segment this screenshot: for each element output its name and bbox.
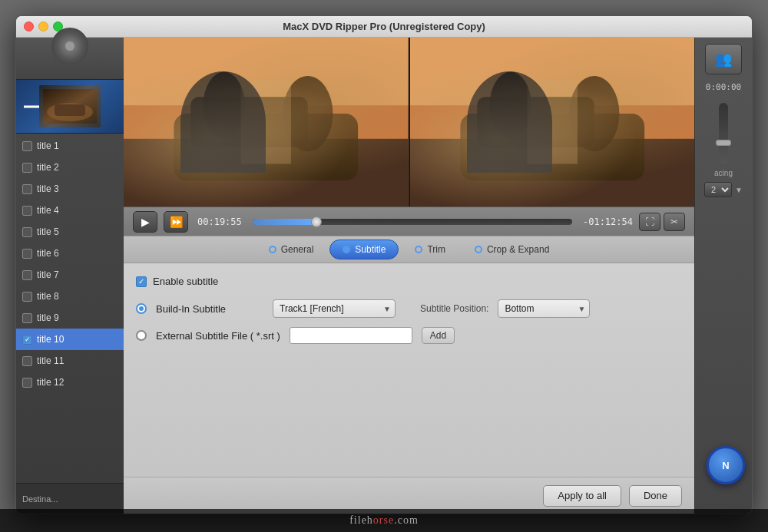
svg-rect-11 — [410, 38, 695, 207]
title-checkbox-2[interactable] — [22, 163, 32, 173]
title-checkbox-12[interactable] — [22, 378, 32, 388]
transport-bar: ▶ ⏩ 00:19:55 -01:12:54 ⛶ ✂ — [124, 207, 694, 236]
side-time-label: 0:00:00 — [706, 82, 741, 92]
watermark-highlight: orse — [373, 514, 394, 526]
position-select[interactable]: Bottom Top Middle — [498, 299, 590, 318]
builtin-radio[interactable] — [136, 303, 147, 314]
svg-rect-3 — [124, 38, 409, 207]
tab-trim[interactable]: Trim — [402, 240, 458, 259]
tab-label-general: General — [281, 244, 314, 255]
svg-rect-14 — [460, 114, 644, 180]
title-label-11: title 11 — [37, 355, 64, 366]
time-remaining: -01:12:54 — [583, 216, 633, 227]
title-checkbox-6[interactable] — [22, 249, 32, 259]
tab-label-subtitle: Subtitle — [355, 244, 386, 255]
fast-forward-button[interactable]: ⏩ — [164, 211, 188, 233]
featured-thumb-image — [39, 85, 101, 127]
watermark-bar: filehorse.com — [0, 509, 768, 532]
tab-dot-trim — [415, 246, 422, 253]
title-label-5: title 5 — [37, 226, 59, 237]
title-item-3[interactable]: title 3 — [16, 178, 124, 200]
svg-rect-13 — [410, 139, 695, 207]
add-subtitle-button[interactable]: Add — [422, 327, 455, 344]
enable-subtitle-row: Enable subtitle — [136, 276, 682, 287]
main-layout: DVD — [16, 38, 752, 514]
builtin-label: Build-In Subtitle — [156, 303, 263, 315]
apply-to-all-button[interactable]: Apply to all — [543, 485, 621, 507]
external-label: External Subtitle File ( *.srt ) — [156, 330, 280, 342]
enable-subtitle-checkbox[interactable] — [136, 276, 147, 287]
title-checkbox-9[interactable] — [22, 313, 32, 323]
close-button[interactable] — [24, 21, 34, 31]
title-item-4[interactable]: title 4 — [16, 200, 124, 221]
tab-general[interactable]: General — [256, 240, 327, 259]
svg-point-17 — [569, 76, 619, 151]
title-checkbox-11[interactable] — [22, 356, 32, 366]
run-button[interactable]: N — [707, 446, 745, 484]
title-item-1[interactable]: title 1 — [16, 135, 124, 157]
dest-label: Destina... — [22, 494, 58, 504]
watermark-text: filehorse.com — [349, 514, 419, 527]
minimize-button[interactable] — [38, 21, 48, 31]
video-scene-left — [124, 38, 409, 207]
clip-button[interactable]: ✂ — [664, 213, 685, 231]
spacing-label: acing — [714, 169, 733, 177]
title-item-2[interactable]: title 2 — [16, 157, 124, 178]
time-current: 00:19:55 — [197, 216, 242, 227]
title-item-9[interactable]: title 9 — [16, 307, 124, 329]
title-checkbox-5[interactable] — [22, 227, 32, 237]
enable-subtitle-label: Enable subtitle — [153, 276, 218, 287]
tab-crop[interactable]: Crop & Expand — [462, 240, 562, 259]
featured-thumbnail[interactable] — [16, 80, 124, 134]
action-buttons: Apply to all Done — [124, 477, 694, 514]
svg-rect-12 — [410, 38, 695, 105]
title-checkbox-3[interactable] — [22, 184, 32, 194]
tab-dot-subtitle — [343, 246, 350, 253]
svg-rect-15 — [477, 97, 594, 147]
dvd-icon — [51, 28, 88, 64]
titlebar: MacX DVD Ripper Pro (Unregistered Copy) — [16, 16, 752, 38]
svg-point-8 — [204, 72, 245, 139]
traffic-lights — [24, 21, 63, 31]
title-label-8: title 8 — [37, 291, 59, 302]
title-label-6: title 6 — [37, 248, 59, 259]
svg-rect-4 — [124, 38, 409, 105]
external-radio[interactable] — [136, 330, 147, 341]
title-item-12[interactable]: title 12 — [16, 372, 124, 393]
title-item-8[interactable]: title 8 — [16, 286, 124, 307]
tab-subtitle[interactable]: Subtitle — [329, 240, 399, 259]
brightness-slider[interactable] — [719, 103, 728, 164]
track-select[interactable]: Track1 [French] Track2 [English] Track3 … — [273, 299, 396, 318]
title-list: title 1title 2title 3title 4title 5title… — [16, 134, 124, 483]
title-checkbox-4[interactable] — [22, 206, 32, 216]
transport-icons: ⛶ ✂ — [639, 213, 685, 231]
title-item-11[interactable]: title 11 — [16, 350, 124, 372]
screenshot-button[interactable]: ⛶ — [639, 213, 660, 231]
spacing-select[interactable]: 2 1 3 — [704, 182, 732, 197]
title-item-10[interactable]: title 10 — [16, 329, 124, 350]
title-label-1: title 1 — [37, 140, 59, 151]
title-checkbox-1[interactable] — [22, 141, 32, 151]
progress-knob[interactable] — [311, 216, 322, 227]
external-subtitle-input[interactable] — [290, 327, 412, 344]
title-item-6[interactable]: title 6 — [16, 243, 124, 264]
group-icon[interactable]: 👥 — [705, 44, 742, 74]
svg-rect-5 — [124, 139, 409, 207]
title-checkbox-10[interactable] — [22, 335, 32, 345]
spacing-arrow: ▼ — [735, 186, 743, 194]
featured-dash — [24, 105, 39, 107]
tab-dot-general — [269, 246, 276, 253]
done-button[interactable]: Done — [629, 485, 682, 507]
spacing-select-row: 2 1 3 ▼ — [704, 182, 743, 197]
title-item-7[interactable]: title 7 — [16, 264, 124, 286]
title-checkbox-7[interactable] — [22, 270, 32, 280]
main-window: MacX DVD Ripper Pro (Unregistered Copy) … — [15, 15, 753, 514]
brightness-knob[interactable] — [716, 140, 731, 146]
progress-bar[interactable] — [253, 219, 572, 225]
play-button[interactable]: ▶ — [133, 211, 157, 233]
title-label-10: title 10 — [37, 334, 64, 345]
title-item-5[interactable]: title 5 — [16, 221, 124, 243]
title-checkbox-8[interactable] — [22, 292, 32, 302]
position-select-wrapper: Bottom Top Middle ▼ — [498, 299, 590, 318]
title-label-7: title 7 — [37, 269, 59, 280]
